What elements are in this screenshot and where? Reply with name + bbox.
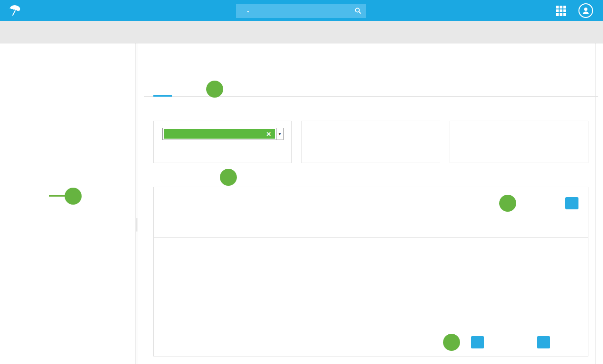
classified-documents-panel xyxy=(450,121,588,163)
tool-bar xyxy=(0,21,603,43)
delete-classifier-button[interactable] xyxy=(537,336,550,348)
annotation-badge-1 xyxy=(65,188,82,205)
annotation-badge-5 xyxy=(443,334,460,351)
taxonomy-tree-panel xyxy=(0,43,135,364)
annotation-badge-2 xyxy=(206,81,223,98)
add-documents-button[interactable] xyxy=(565,197,578,209)
apps-grid-icon[interactable] xyxy=(556,6,566,16)
scrollbar-track[interactable] xyxy=(595,43,596,364)
user-avatar[interactable] xyxy=(578,3,593,18)
panel-splitter[interactable] xyxy=(135,43,138,364)
search-icon[interactable] xyxy=(350,4,366,18)
tab-configuration[interactable] xyxy=(153,79,172,97)
top-bar: ▼ xyxy=(0,0,603,21)
results-table-header xyxy=(154,220,588,238)
selected-items-pill: ✕ xyxy=(164,129,275,139)
thesaurus-search: ▼ xyxy=(236,4,366,18)
classify-documents-button[interactable] xyxy=(471,336,484,348)
annotation-badge-4 xyxy=(499,195,516,212)
classifier-detail-panel: ✕ ▼ xyxy=(138,43,603,364)
classifier-multiselect[interactable]: ✕ ▼ xyxy=(162,128,284,140)
language-caret-icon[interactable]: ▼ xyxy=(246,10,250,13)
poolparty-logo[interactable] xyxy=(7,2,24,19)
clear-selection-icon[interactable]: ✕ xyxy=(262,131,275,138)
dropdown-caret-icon[interactable]: ▼ xyxy=(276,128,283,140)
available-classifiers-panel: ✕ ▼ xyxy=(153,121,292,163)
splitter-handle[interactable] xyxy=(136,218,137,232)
annotation-badge-3 xyxy=(220,169,237,186)
status-panel xyxy=(301,121,440,163)
search-input[interactable] xyxy=(252,8,350,15)
classification-results-panel xyxy=(153,187,588,356)
